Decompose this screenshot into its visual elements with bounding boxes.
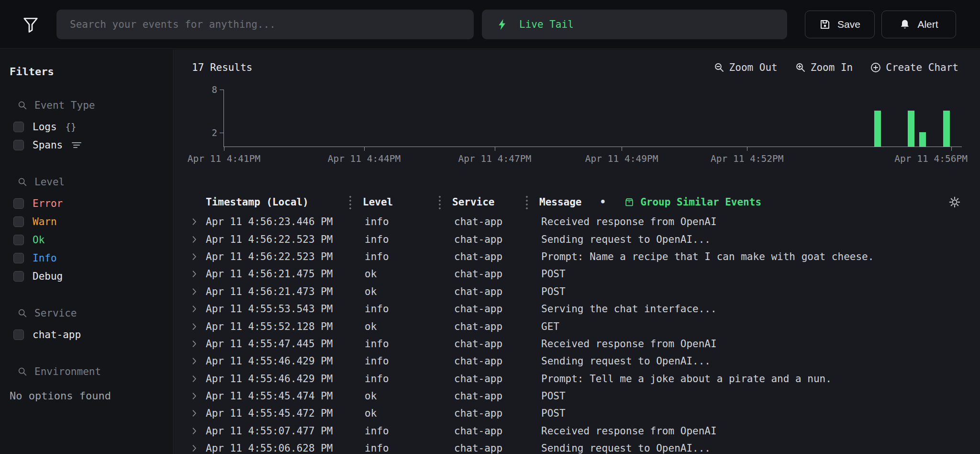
column-header-service[interactable]: Service	[452, 196, 495, 208]
filter-option[interactable]: Debug	[10, 267, 173, 285]
group-similar-events-button[interactable]: Group Similar Events	[624, 196, 761, 208]
column-resize-handle[interactable]	[526, 195, 528, 209]
log-row[interactable]: Apr 11 4:56:21.475 PM ok chat-app POST	[189, 265, 961, 283]
checkbox[interactable]	[13, 216, 24, 227]
filter-option[interactable]: Info	[10, 249, 173, 267]
log-row[interactable]: Apr 11 4:56:22.523 PM info chat-app Prom…	[189, 248, 961, 265]
log-timestamp: Apr 11 4:56:22.523 PM	[206, 251, 349, 262]
x-axis-tick	[747, 147, 747, 151]
x-axis-tick	[622, 147, 622, 151]
save-label: Save	[837, 19, 860, 30]
chart-plot-area: 82Apr 11 4:41PMApr 11 4:44PMApr 11 4:47P…	[223, 90, 962, 147]
filter-section-search[interactable]: Level	[10, 176, 173, 188]
log-row[interactable]: Apr 11 4:55:53.543 PM info chat-app Serv…	[189, 300, 961, 318]
log-level: ok	[349, 390, 439, 402]
log-row[interactable]: Apr 11 4:55:46.429 PM info chat-app Prom…	[189, 370, 961, 387]
expand-chevron-icon[interactable]	[189, 374, 206, 384]
expand-chevron-icon[interactable]	[189, 252, 206, 261]
filter-option[interactable]: Logs {}	[10, 118, 173, 136]
topbar: Live Tail Save Alert	[0, 0, 980, 49]
log-message: Sending request to OpenAI...	[526, 234, 961, 245]
log-row[interactable]: Apr 11 4:55:46.429 PM info chat-app Send…	[189, 352, 961, 370]
filter-option[interactable]: chat-app	[10, 326, 173, 344]
expand-chevron-icon[interactable]	[189, 269, 206, 279]
zoom-in-button[interactable]: Zoom In	[795, 62, 853, 73]
log-message: Received response from OpenAI	[526, 338, 961, 350]
log-service: chat-app	[439, 338, 526, 350]
alert-button[interactable]: Alert	[881, 11, 956, 38]
log-message: Prompt: Tell me a joke about a pirate an…	[526, 373, 961, 385]
filter-section-search[interactable]: Event Type	[10, 100, 173, 111]
checkbox[interactable]	[13, 271, 24, 282]
expand-chevron-icon[interactable]	[189, 287, 206, 296]
log-row[interactable]: Apr 11 4:55:45.472 PM ok chat-app POST	[189, 405, 961, 422]
filter-option[interactable]: Warn	[10, 213, 173, 231]
filter-section-title: Level	[34, 176, 65, 188]
filter-section: Environment No options found	[10, 366, 173, 402]
filter-option[interactable]: Error	[10, 194, 173, 213]
expand-chevron-icon[interactable]	[189, 217, 206, 227]
log-table: Timestamp (Local) Level Service Message …	[189, 191, 961, 454]
column-header-timestamp[interactable]: Timestamp (Local)	[206, 196, 349, 208]
x-axis-tick	[364, 147, 365, 151]
checkbox[interactable]	[13, 235, 24, 245]
x-axis-tick-label: Apr 11 4:44PM	[328, 153, 401, 164]
filter-option[interactable]: Ok	[10, 231, 173, 249]
histogram-bar	[943, 111, 950, 147]
checkbox[interactable]	[13, 140, 24, 150]
log-timestamp: Apr 11 4:55:06.628 PM	[206, 443, 349, 454]
column-resize-handle[interactable]	[349, 195, 351, 209]
filter-section-search[interactable]: Service	[10, 307, 173, 319]
x-axis-tick	[951, 147, 952, 151]
expand-chevron-icon[interactable]	[189, 409, 206, 418]
save-button[interactable]: Save	[805, 11, 875, 38]
x-axis-tick-label: Apr 11 4:52PM	[711, 153, 784, 164]
log-row[interactable]: Apr 11 4:56:23.446 PM info chat-app Rece…	[189, 213, 961, 230]
log-row[interactable]: Apr 11 4:55:07.477 PM info chat-app Rece…	[189, 422, 961, 440]
expand-chevron-icon[interactable]	[189, 322, 206, 331]
zoom-out-button[interactable]: Zoom Out	[713, 62, 778, 73]
expand-chevron-icon[interactable]	[189, 391, 206, 401]
checkbox[interactable]	[13, 198, 24, 209]
table-settings-gear-icon[interactable]	[941, 196, 961, 208]
checkbox[interactable]	[13, 122, 24, 132]
filter-option[interactable]: Spans	[10, 136, 173, 154]
log-row[interactable]: Apr 11 4:55:45.474 PM ok chat-app POST	[189, 387, 961, 405]
expand-chevron-icon[interactable]	[189, 339, 206, 349]
log-timestamp: Apr 11 4:55:53.543 PM	[206, 303, 349, 315]
expand-chevron-icon[interactable]	[189, 304, 206, 314]
expand-chevron-icon[interactable]	[189, 235, 206, 244]
log-timestamp: Apr 11 4:56:21.475 PM	[206, 268, 349, 280]
log-level: info	[349, 338, 439, 350]
checkbox[interactable]	[13, 329, 24, 340]
log-message: POST	[526, 286, 961, 297]
search-input[interactable]	[56, 10, 474, 39]
column-header-message[interactable]: Message	[539, 196, 582, 208]
filter-funnel-icon[interactable]	[21, 15, 40, 34]
live-tail-button[interactable]: Live Tail	[482, 10, 787, 39]
column-header-level[interactable]: Level	[363, 196, 393, 208]
create-chart-button[interactable]: Create Chart	[870, 62, 958, 73]
column-resize-handle[interactable]	[439, 195, 441, 209]
filter-section-title: Service	[34, 307, 77, 319]
log-row[interactable]: Apr 11 4:56:22.523 PM info chat-app Send…	[189, 230, 961, 248]
log-row[interactable]: Apr 11 4:55:06.628 PM info chat-app Send…	[189, 440, 961, 454]
chart-controls: Zoom Out Zoom In Create Chart	[713, 62, 958, 73]
expand-chevron-icon[interactable]	[189, 443, 206, 453]
filter-section-search[interactable]: Environment	[10, 366, 173, 377]
zoom-out-icon	[713, 62, 725, 73]
expand-chevron-icon[interactable]	[189, 356, 206, 366]
log-level: info	[349, 234, 439, 245]
filter-section: Service chat-app	[10, 307, 173, 344]
log-row[interactable]: Apr 11 4:55:52.128 PM ok chat-app GET	[189, 318, 961, 335]
expand-chevron-icon[interactable]	[189, 426, 206, 436]
log-row[interactable]: Apr 11 4:55:47.445 PM info chat-app Rece…	[189, 335, 961, 352]
log-timestamp: Apr 11 4:55:52.128 PM	[206, 321, 349, 332]
events-histogram: 82Apr 11 4:41PMApr 11 4:44PMApr 11 4:47P…	[223, 90, 962, 172]
log-timestamp: Apr 11 4:55:46.429 PM	[206, 355, 349, 367]
histogram-bar	[908, 111, 914, 147]
checkbox[interactable]	[13, 253, 24, 263]
log-level: ok	[349, 268, 439, 280]
log-level: info	[349, 303, 439, 315]
log-row[interactable]: Apr 11 4:56:21.473 PM ok chat-app POST	[189, 283, 961, 300]
